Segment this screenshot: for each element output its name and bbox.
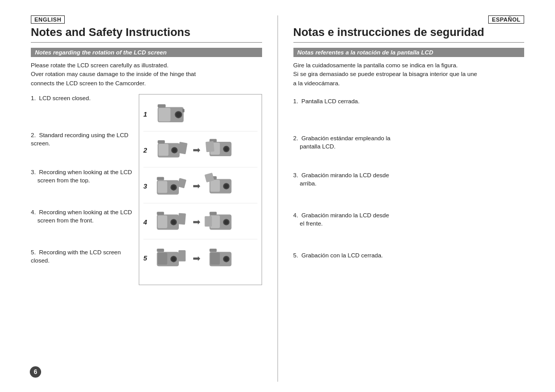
right-title: Notas e instrucciones de seguridad [293, 26, 525, 43]
svg-rect-49 [210, 252, 220, 264]
step-label-2: 2. Standard recording using the LCD scre… [31, 131, 134, 168]
svg-rect-7 [158, 144, 168, 156]
svg-rect-25 [210, 180, 220, 192]
left-note-header: Notes regarding the rotation of the LCD … [31, 48, 262, 57]
camera-3b [203, 172, 239, 200]
step-label-4: 4. Recording when looking at the LCD scr… [31, 208, 134, 248]
left-intro: Please rotate the LCD screen carefully a… [31, 61, 262, 88]
svg-point-3 [176, 113, 181, 117]
camera-4a [154, 208, 190, 236]
right-step-1: 1. Pantalla LCD cerrada. [293, 94, 525, 131]
camera-2a [154, 136, 190, 164]
step-row-4: 4 ➡ [143, 206, 257, 239]
step-labels-left: 1. LCD screen closed. 2. Standard record… [31, 94, 134, 285]
svg-rect-23 [177, 178, 187, 189]
right-step-2: 2. Grabación estándar empleando la panta… [293, 131, 525, 168]
svg-rect-10 [158, 140, 165, 143]
svg-rect-47 [178, 250, 186, 262]
svg-point-33 [172, 220, 176, 225]
svg-rect-52 [210, 249, 217, 252]
step-images-box: 1 2 [139, 94, 262, 285]
step-row-1: 1 [143, 98, 257, 132]
svg-rect-35 [178, 213, 186, 225]
svg-point-39 [224, 220, 228, 225]
step-label-1: 1. LCD screen closed. [31, 94, 134, 131]
svg-rect-17 [206, 141, 214, 153]
svg-rect-43 [158, 252, 168, 264]
svg-rect-22 [157, 177, 164, 180]
svg-rect-31 [158, 215, 168, 228]
svg-point-51 [224, 257, 228, 261]
svg-rect-41 [205, 216, 212, 227]
step-label-5: 5. Recording with the LCD screen closed. [31, 248, 134, 285]
svg-rect-34 [157, 212, 164, 215]
svg-rect-5 [158, 104, 166, 107]
camera-5a [154, 244, 190, 273]
right-steps: 1. Pantalla LCD cerrada. 2. Grabación es… [293, 94, 525, 282]
camera-4b [203, 208, 239, 236]
camera-2b [203, 136, 239, 164]
svg-rect-46 [157, 249, 164, 252]
step-label-3: 3. Recording when looking at the LCD scr… [31, 168, 134, 208]
camera-3a [154, 172, 190, 200]
step-row-3: 3 ➡ [143, 170, 257, 203]
svg-rect-11 [178, 142, 188, 154]
svg-point-21 [172, 185, 176, 190]
svg-rect-4 [182, 109, 184, 113]
svg-point-15 [224, 147, 228, 151]
camera-1a [154, 100, 190, 128]
step-row-2: 2 ➡ [143, 134, 257, 167]
right-step-4: 4. Grabación mirando la LCD desde el fre… [293, 208, 525, 248]
left-title: Notes and Safety Instructions [31, 26, 262, 43]
svg-point-27 [224, 184, 228, 189]
right-note-header: Notas referentes a la rotación de la pan… [293, 48, 525, 57]
svg-point-9 [173, 148, 177, 153]
svg-point-45 [172, 257, 176, 261]
right-step-5: 5. Grabación con la LCD cerrada. [293, 248, 525, 282]
lang-badge-espanol: ESPAÑOL [293, 15, 525, 26]
lang-badge-english: ENGLISH [31, 15, 262, 26]
right-intro: Gire la cuidadosamente la pantalla como … [293, 61, 525, 88]
right-step-3: 3. Grabación mirando la LCD desde arriba… [293, 168, 525, 208]
svg-rect-19 [158, 181, 168, 193]
svg-rect-40 [210, 212, 217, 215]
camera-5b [203, 244, 239, 273]
step-row-5: 5 ➡ [143, 241, 257, 275]
svg-rect-1 [158, 108, 170, 121]
page-number: 6 [30, 366, 41, 378]
